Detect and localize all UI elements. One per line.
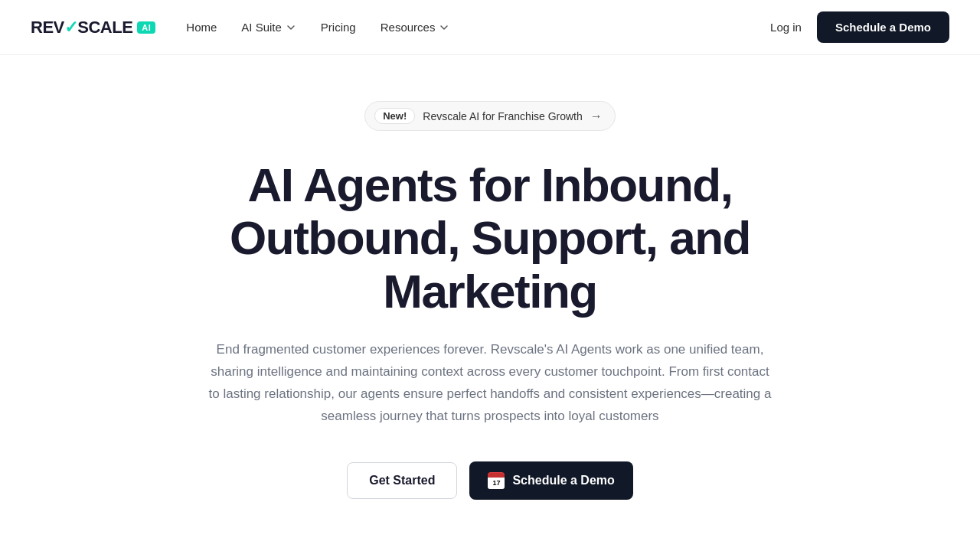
hero-subtitle: End fragmented customer experiences fore… (207, 339, 773, 428)
hero-section: New! Revscale AI for Franchise Growth → … (0, 55, 980, 551)
ai-suite-chevron-icon (286, 22, 296, 33)
resources-chevron-icon (439, 22, 449, 33)
schedule-demo-button[interactable]: 17 Schedule a Demo (469, 461, 632, 500)
calendar-icon: 17 (488, 472, 505, 489)
badge-arrow-icon: → (590, 109, 603, 123)
logo-text: REV✓SCALE (31, 18, 132, 37)
bottom-illustrations (31, 546, 949, 551)
hero-title: AI Agents for Inbound, Outbound, Support… (161, 158, 819, 318)
login-link[interactable]: Log in (770, 21, 802, 34)
hero-buttons: Get Started 17 Schedule a Demo (347, 461, 633, 500)
get-started-button[interactable]: Get Started (347, 462, 457, 499)
nav-ai-suite[interactable]: AI Suite (241, 21, 296, 34)
nav-schedule-demo-button[interactable]: Schedule a Demo (817, 11, 949, 43)
logo[interactable]: REV✓SCALE AI (31, 18, 155, 37)
announcement-badge[interactable]: New! Revscale AI for Franchise Growth → (364, 101, 616, 131)
nav-links: Home AI Suite Pricing Resources (186, 21, 449, 34)
nav-right: Log in Schedule a Demo (770, 11, 949, 43)
badge-text: Revscale AI for Franchise Growth (423, 110, 583, 122)
navbar: REV✓SCALE AI Home AI Suite Pricing Resou… (0, 0, 980, 55)
ai-badge: AI (137, 21, 155, 34)
badge-new-label: New! (374, 108, 415, 124)
nav-resources[interactable]: Resources (381, 21, 450, 34)
nav-home[interactable]: Home (186, 21, 217, 34)
nav-pricing[interactable]: Pricing (321, 21, 356, 34)
nav-left: REV✓SCALE AI Home AI Suite Pricing Resou… (31, 18, 449, 37)
